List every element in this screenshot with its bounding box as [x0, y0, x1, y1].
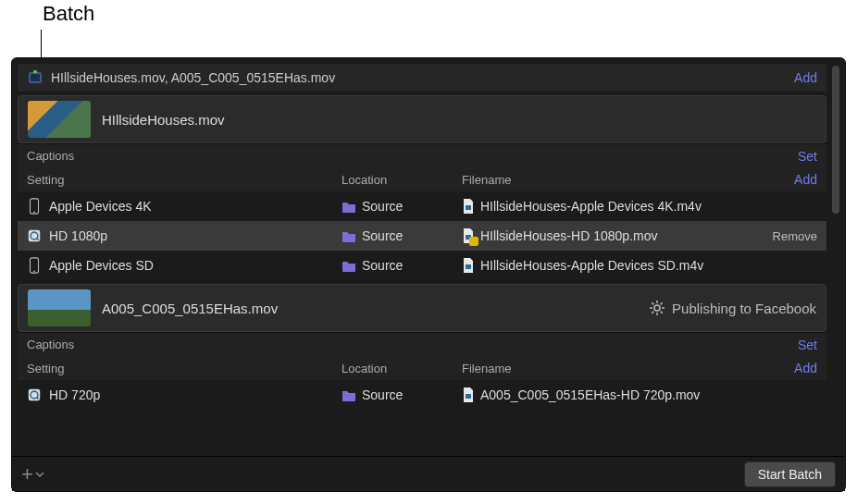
header-setting: Setting: [27, 173, 342, 187]
start-batch-button[interactable]: Start Batch: [744, 461, 836, 487]
batch-title: HIllsideHouses.mov, A005_C005_0515EHas.m…: [51, 70, 794, 85]
header-location: Location: [342, 173, 462, 187]
source-row[interactable]: HIllsideHouses.mov: [18, 95, 826, 143]
device-icon: [27, 256, 42, 275]
output-row[interactable]: Apple Devices SDSourceHIllsideHouses-App…: [18, 251, 826, 280]
batch-scroll-area: HIllsideHouses.mov, A005_C005_0515EHas.m…: [18, 64, 826, 454]
svg-rect-2: [33, 70, 37, 73]
output-filename: HIllsideHouses-HD 1080p.mov: [480, 228, 657, 243]
captions-label: Captions: [27, 338, 342, 351]
publish-status[interactable]: Publishing to Facebook: [650, 301, 816, 316]
svg-point-10: [33, 270, 35, 272]
captions-label: Captions: [27, 149, 342, 163]
output-location: Source: [362, 387, 403, 402]
plus-icon: +: [21, 462, 33, 486]
source-filename: HIllsideHouses.mov: [102, 112, 816, 128]
output-filename: HIllsideHouses-Apple Devices 4K.m4v: [480, 199, 702, 214]
output-add-link[interactable]: Add: [762, 361, 817, 375]
svg-rect-1: [31, 74, 40, 81]
add-menu-button[interactable]: +: [21, 462, 44, 486]
header-filename: Filename: [462, 362, 762, 375]
movie-file-icon: [462, 198, 475, 215]
movie-file-icon: [462, 387, 475, 403]
device-icon: [27, 197, 42, 215]
output-remove-link[interactable]: Remove: [762, 229, 817, 243]
svg-point-4: [33, 211, 35, 213]
quicktime-icon: [27, 227, 42, 245]
output-setting-name: HD 720p: [49, 387, 100, 402]
svg-line-19: [661, 302, 663, 304]
source-thumbnail: [28, 101, 91, 138]
output-row[interactable]: HD 1080pSourceHIllsideHouses-HD 1080p.mo…: [18, 221, 826, 251]
movie-file-icon: [462, 227, 475, 244]
svg-rect-23: [466, 394, 471, 399]
captions-row: CaptionsSet: [18, 143, 826, 167]
output-location: Source: [362, 228, 403, 243]
source-filename: A005_C005_0515EHas.mov: [102, 301, 650, 316]
chevron-down-icon: [35, 470, 44, 479]
svg-line-17: [652, 302, 653, 304]
svg-rect-5: [466, 205, 471, 210]
quicktime-icon: [27, 386, 42, 404]
folder-icon: [342, 229, 356, 242]
svg-line-20: [652, 312, 653, 313]
header-location: Location: [342, 362, 462, 375]
output-headers: SettingLocationFilenameAdd: [18, 356, 826, 380]
batch-panel: HIllsideHouses.mov, A005_C005_0515EHas.m…: [11, 57, 846, 492]
gear-icon: [650, 301, 664, 315]
svg-rect-11: [466, 264, 471, 269]
folder-icon: [342, 388, 356, 401]
header-filename: Filename: [462, 173, 762, 187]
output-location: Source: [362, 199, 403, 214]
captions-set-link[interactable]: Set: [762, 149, 817, 164]
svg-rect-8: [466, 235, 471, 240]
output-setting-name: Apple Devices 4K: [49, 199, 152, 214]
output-setting-name: HD 1080p: [49, 228, 107, 243]
captions-row: CaptionsSet: [18, 332, 826, 356]
publish-label: Publishing to Facebook: [672, 301, 816, 316]
scrollbar-thumb[interactable]: [832, 66, 839, 214]
folder-icon: [342, 259, 356, 272]
footer-bar: + Start Batch: [12, 456, 845, 491]
output-add-link[interactable]: Add: [762, 172, 817, 187]
svg-line-18: [661, 312, 663, 313]
callout-label: Batch: [43, 2, 94, 26]
output-filename: A005_C005_0515EHas-HD 720p.mov: [480, 387, 700, 402]
folder-icon: [342, 200, 356, 213]
source-row[interactable]: A005_C005_0515EHas.movPublishing to Face…: [18, 284, 826, 332]
header-setting: Setting: [27, 362, 342, 375]
output-filename: HIllsideHouses-Apple Devices SD.m4v: [480, 258, 703, 273]
compressor-app-icon: [27, 69, 43, 86]
svg-point-12: [654, 305, 660, 311]
batch-header[interactable]: HIllsideHouses.mov, A005_C005_0515EHas.m…: [18, 64, 826, 92]
movie-file-icon: [462, 257, 475, 274]
source-thumbnail: [28, 289, 91, 326]
captions-set-link[interactable]: Set: [762, 338, 817, 352]
output-location: Source: [362, 258, 403, 273]
output-headers: SettingLocationFilenameAdd: [18, 167, 826, 191]
output-row[interactable]: Apple Devices 4KSourceHIllsideHouses-App…: [18, 191, 826, 221]
batch-add-link[interactable]: Add: [794, 70, 817, 85]
output-setting-name: Apple Devices SD: [49, 258, 154, 273]
output-row[interactable]: HD 720pSourceA005_C005_0515EHas-HD 720p.…: [18, 380, 826, 410]
